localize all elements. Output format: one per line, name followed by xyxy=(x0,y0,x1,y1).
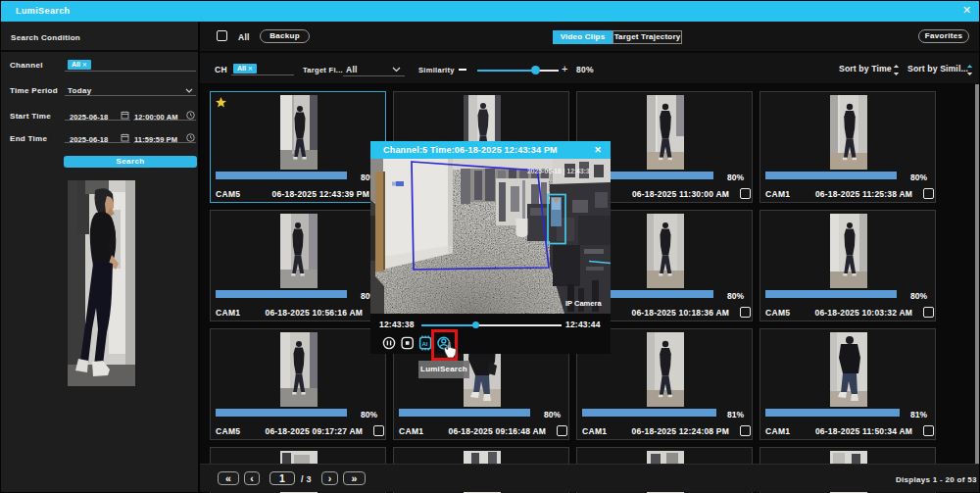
svg-text:AI: AI xyxy=(421,341,427,347)
svg-text:2025-06-18 | 12:43:3: 2025-06-18 | 12:43:3 xyxy=(527,168,590,175)
svg-text:IP Camera: IP Camera xyxy=(565,299,602,308)
